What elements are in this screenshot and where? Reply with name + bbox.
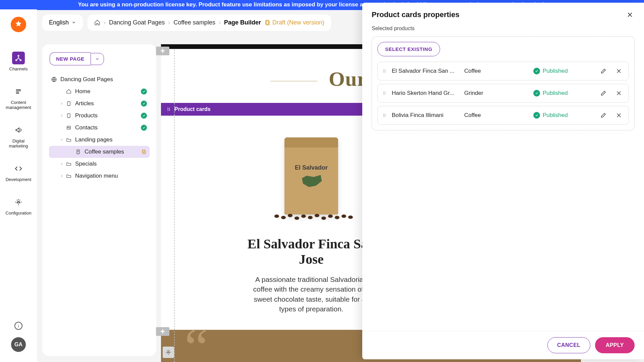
- status-published-icon: [141, 88, 147, 95]
- svg-rect-7: [67, 102, 70, 106]
- tree-item-coffee-samples[interactable]: Coffee samples: [49, 146, 150, 158]
- close-icon: [627, 11, 633, 18]
- user-avatar[interactable]: GA: [11, 337, 26, 352]
- svg-point-35: [383, 115, 384, 116]
- page-icon: [74, 149, 82, 155]
- chevron-down-icon: [71, 20, 76, 25]
- tree-item-articles[interactable]: Articles: [49, 98, 150, 110]
- status-published-icon: [141, 125, 147, 131]
- folder-icon: [65, 173, 72, 179]
- nav-content-management[interactable]: Content management: [3, 82, 34, 114]
- nav-channels[interactable]: Channels: [3, 48, 34, 75]
- drag-handle-icon[interactable]: [382, 113, 386, 118]
- bag-label: El Salvador: [284, 164, 338, 171]
- collapse-caret[interactable]: [58, 138, 65, 142]
- drag-handle-icon[interactable]: [166, 107, 171, 112]
- panel-footer: CANCEL APPLY: [362, 331, 644, 359]
- tree-item-contacts[interactable]: Contacts: [49, 122, 150, 134]
- cancel-button[interactable]: CANCEL: [547, 337, 590, 353]
- drag-handle-icon[interactable]: [382, 90, 386, 96]
- product-name: Bolivia Finca Illimani: [392, 112, 459, 119]
- tree-item-label: Coffee samples: [85, 148, 124, 155]
- edit-product-button[interactable]: [598, 88, 608, 98]
- select-existing-button[interactable]: SELECT EXISTING: [377, 42, 440, 56]
- info-button[interactable]: i: [14, 322, 22, 330]
- nav-channels-label: Channels: [9, 66, 28, 72]
- new-page-control: NEW PAGE: [50, 52, 149, 65]
- new-page-button[interactable]: NEW PAGE: [50, 52, 91, 65]
- svg-point-2: [20, 60, 21, 61]
- product-image: El Salvador: [264, 129, 358, 223]
- expand-caret[interactable]: [58, 102, 65, 106]
- language-label: English: [49, 19, 69, 26]
- pencil-icon: [600, 68, 606, 74]
- properties-panel: Product cards properties Selected produc…: [362, 3, 644, 359]
- svg-point-22: [385, 70, 385, 70]
- tree-item-products[interactable]: Products: [49, 110, 150, 122]
- remove-product-button[interactable]: [614, 66, 624, 76]
- tree-item-navigation-menu[interactable]: Navigation menu: [49, 170, 150, 182]
- svg-rect-8: [67, 114, 70, 118]
- expand-caret[interactable]: [58, 114, 65, 118]
- breadcrumb-root[interactable]: Dancing Goat Pages: [109, 19, 165, 26]
- product-row: Hario Skerton Hand Gr... Grinder Publish…: [377, 84, 629, 103]
- status-published-icon: [533, 112, 540, 119]
- nav-digital-marketing[interactable]: Digital marketing: [3, 120, 34, 152]
- add-section-button[interactable]: +: [156, 327, 169, 336]
- nav-configuration[interactable]: Configuration: [3, 192, 34, 219]
- breadcrumb-mid[interactable]: Coffee samples: [173, 19, 215, 26]
- svg-point-17: [169, 109, 170, 110]
- selected-products-label: Selected products: [372, 25, 635, 32]
- tree-item-home[interactable]: Home: [49, 85, 150, 98]
- add-section-button[interactable]: +: [156, 47, 169, 55]
- drag-handle-icon[interactable]: [382, 68, 386, 74]
- tree-item-landing-pages[interactable]: Landing pages: [49, 134, 150, 146]
- edit-product-button[interactable]: [598, 110, 608, 120]
- home-icon[interactable]: [94, 19, 100, 25]
- svg-point-23: [383, 71, 384, 71]
- widget-label: Product cards: [174, 106, 211, 112]
- svg-point-29: [383, 93, 384, 94]
- svg-point-32: [385, 94, 385, 95]
- tree-item-specials[interactable]: Specials: [49, 158, 150, 170]
- language-selector[interactable]: English: [42, 14, 83, 31]
- nav-marketing-label: Digital marketing: [3, 138, 34, 149]
- expand-caret[interactable]: [58, 174, 65, 178]
- section-settings-button[interactable]: [163, 347, 174, 358]
- folder-icon: [65, 137, 72, 142]
- remove-product-button[interactable]: [614, 88, 624, 98]
- product-card[interactable]: El Salvador El Salvador Finca San Jose A…: [246, 129, 377, 314]
- svg-point-18: [168, 110, 168, 111]
- home-icon: [65, 89, 72, 94]
- new-page-dropdown[interactable]: [91, 53, 104, 65]
- svg-point-36: [385, 115, 385, 116]
- edit-product-button[interactable]: [598, 66, 608, 76]
- svg-point-33: [383, 114, 384, 115]
- tree-item-label: Navigation menu: [75, 173, 118, 179]
- tree-item-label: Articles: [75, 100, 94, 107]
- nav-development-label: Development: [6, 177, 32, 182]
- svg-point-30: [385, 93, 385, 94]
- breadcrumb-sep: ›: [168, 19, 170, 26]
- close-icon: [616, 90, 622, 96]
- product-type: Grinder: [464, 90, 528, 97]
- status-published-icon: [141, 113, 147, 119]
- contacts-icon: [65, 125, 72, 130]
- nav-configuration-label: Configuration: [5, 210, 31, 216]
- svg-point-25: [383, 72, 384, 73]
- tree-root[interactable]: Dancing Goat Pages: [49, 73, 150, 85]
- status-published-icon: [141, 101, 147, 107]
- page-icon: [65, 113, 72, 118]
- expand-caret[interactable]: [58, 162, 65, 166]
- development-icon: [12, 162, 25, 175]
- svg-point-24: [385, 71, 385, 71]
- apply-button[interactable]: APPLY: [595, 337, 635, 353]
- tree-root-label: Dancing Goat Pages: [60, 76, 113, 83]
- app-logo[interactable]: [11, 17, 26, 32]
- close-panel-button[interactable]: [625, 10, 635, 19]
- nav-development[interactable]: Development: [3, 159, 34, 186]
- remove-product-button[interactable]: [614, 110, 624, 120]
- status-draft-icon: [141, 149, 147, 155]
- product-status: Published: [533, 112, 593, 119]
- tree-item-label: Specials: [75, 161, 97, 167]
